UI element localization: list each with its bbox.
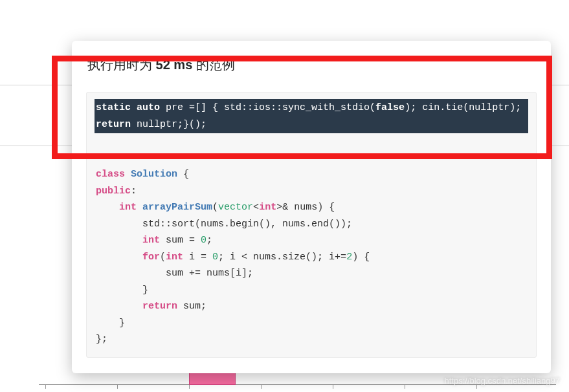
code-line: int arrayPairSum(vector<int>& nums) { [96, 202, 335, 213]
chart-tick [117, 385, 118, 389]
chart-tick [261, 385, 262, 389]
chart-tick [189, 385, 190, 389]
code-line: } [96, 318, 125, 329]
chart-x-axis [39, 384, 556, 385]
chart-tick [476, 385, 477, 389]
modal-title: 执行用时为 52 ms 的范例 [72, 41, 551, 82]
chart-tick [45, 385, 46, 389]
code-line: }; [96, 334, 107, 345]
code-line: return sum; [96, 301, 206, 312]
code-line: std::sort(nums.begin(), nums.end()); [96, 219, 352, 230]
title-suffix: 的范例 [192, 58, 235, 72]
code-block[interactable]: static auto pre =[] { std::ios::sync_wit… [86, 92, 537, 358]
sample-code-modal: 执行用时为 52 ms 的范例 static auto pre =[] { st… [72, 41, 551, 373]
code-line: sum += nums[i]; [96, 268, 253, 279]
chart-tick [333, 385, 333, 389]
code-line: int sum = 0; [96, 235, 212, 246]
code-line-highlighted: static auto pre =[] { std::ios::sync_wit… [95, 99, 528, 133]
chart-tick [405, 385, 405, 389]
code-line: for(int i = 0; i < nums.size(); i+=2) { [96, 252, 370, 263]
code-line: public: [96, 186, 137, 197]
title-prefix: 执行用时为 [87, 58, 156, 72]
code-line: } [96, 285, 148, 296]
code-line: class Solution { [96, 169, 189, 180]
title-time: 52 ms [156, 58, 193, 72]
